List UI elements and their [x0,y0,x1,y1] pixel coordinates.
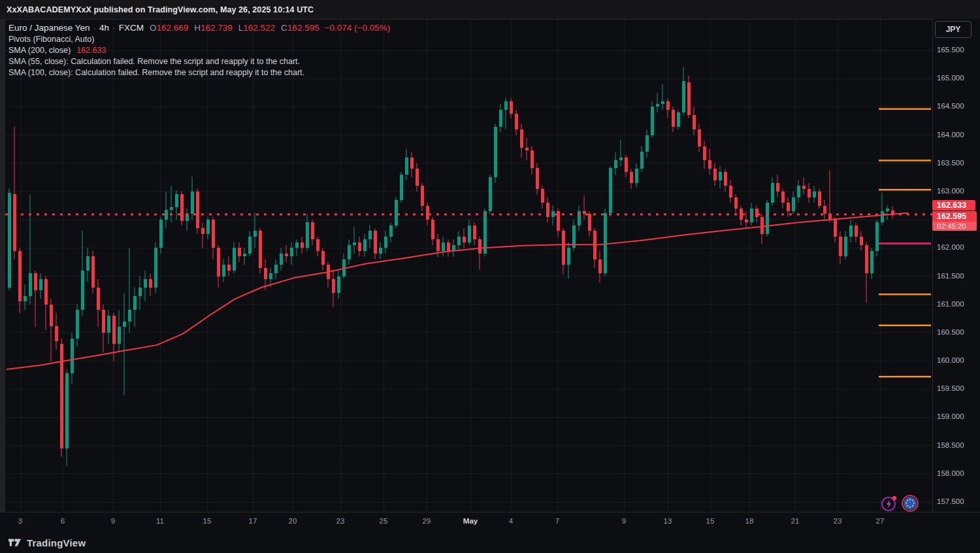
ohlc-open-label: O [144,23,157,33]
time-axis-label: 17 [249,517,257,525]
separator-dot: · [109,23,119,33]
candle [510,98,513,118]
candle [55,313,58,350]
legend-sma55-error-row[interactable]: SMA (55, close): Calculation failed. Rem… [8,56,390,67]
candle [834,217,837,243]
price-axis[interactable]: JPY 162.633 162.595 02:45:20 165.500165.… [932,19,980,512]
legend-symbol-row[interactable]: Euro / Japanese Yen·4h·FXCMO162.669H162.… [8,22,390,33]
candle [410,152,414,177]
candle [118,310,121,352]
candle [358,237,361,256]
candle [416,163,419,192]
candle [740,206,743,226]
candle [478,237,482,269]
ohlc-low-value: 162.522 [243,23,275,33]
sma100-error-text: SMA (100, close): Calculation failed. Re… [8,68,304,77]
candle [813,186,816,203]
candle [504,98,508,129]
candle [776,175,779,197]
candle [489,175,492,214]
candle [44,276,48,330]
tradingview-logo-icon [8,537,22,548]
candle [233,243,236,274]
time-axis-label: 9 [622,517,626,525]
candle [400,172,403,203]
ohlc-low-label: L [233,23,244,33]
candle [515,110,518,135]
candle [13,127,16,260]
time-axis[interactable]: 36911151720232529May479131518212327 [0,512,932,533]
candle [844,231,847,259]
candle [149,273,152,296]
candle [253,212,257,248]
ohlc-close-value: 162.595 [287,23,319,33]
candle [81,231,84,316]
candle [217,245,220,288]
ohlc-open-value: 162.669 [156,23,188,33]
candle [86,248,90,282]
candle [734,194,738,214]
candle [405,149,408,180]
candle [483,209,487,256]
candle [661,84,664,110]
candle [102,305,105,352]
candle [337,271,340,299]
candle [426,203,429,226]
candle [823,200,826,220]
publish-bar: XxXABACADEMYXxX published on TradingView… [0,0,980,20]
candle [687,76,691,118]
candle [875,220,879,256]
legend-sma200-row[interactable]: SMA (200, close)162.633 [8,44,390,56]
candle [180,192,184,226]
bar-countdown-label: 02:45:20 [932,222,977,231]
candle [839,231,842,263]
candle [175,190,178,220]
candle [557,209,560,237]
candle [531,146,534,175]
time-axis-label: 11 [156,517,164,525]
candle [792,192,795,214]
candle [473,222,476,245]
time-axis-label: 25 [380,517,388,525]
symbol-title: Euro / Japanese Yen [8,23,90,33]
candle [619,139,623,166]
candle [71,333,74,384]
candle [808,183,811,203]
boost-spark-icon[interactable] [881,495,898,512]
candle [598,251,602,282]
chart-pane[interactable] [0,19,932,512]
candle [65,369,69,466]
time-axis-label: 23 [336,517,345,525]
price-axis-label: 158.500 [937,441,964,449]
legend-pivots-row[interactable]: Pivots (Fibonacci, Auto) [8,33,390,44]
candle [301,237,304,254]
separator-dot: · [90,23,100,33]
candle [128,248,131,333]
candle [8,189,11,290]
candle [363,234,367,257]
candle [760,214,764,244]
currency-toggle-button[interactable]: JPY [935,21,972,38]
price-axis-label: 159.500 [937,384,964,392]
price-axis-label: 164.000 [937,131,964,139]
candle [222,260,225,282]
candle [421,183,424,211]
tradingview-logo[interactable]: TradingView [0,537,86,548]
candle [881,193,884,226]
candle [212,217,215,260]
candle [787,197,790,217]
price-axis-label: 164.500 [937,102,964,110]
candle [583,195,586,220]
candle [499,104,502,132]
candle [368,226,372,248]
candle [243,248,246,265]
candle [536,163,539,195]
time-axis-corner [932,512,980,532]
candle [29,194,32,304]
ohlc-close-label: C [275,23,287,33]
candle [645,129,649,158]
candle [656,93,659,112]
sma200-line [7,213,908,369]
candle [693,107,696,135]
legend-sma100-error-row[interactable]: SMA (100, close): Calculation failed. Re… [8,67,390,78]
